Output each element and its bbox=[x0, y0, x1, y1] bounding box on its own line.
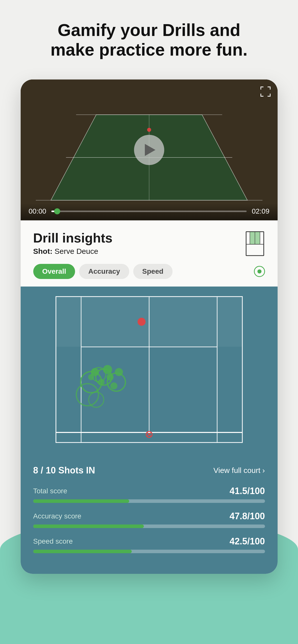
score-fill-2 bbox=[33, 550, 132, 553]
svg-point-39 bbox=[103, 365, 112, 374]
video-time-start: 00:00 bbox=[29, 207, 46, 215]
fullscreen-icon[interactable] bbox=[259, 86, 272, 100]
view-full-court-label: View full court bbox=[213, 466, 260, 475]
insights-title: Drill insights bbox=[33, 230, 113, 246]
tab-speed[interactable]: Speed bbox=[133, 264, 173, 279]
drill-insights-section: Drill insights Shot: Serve Deuce Overall… bbox=[21, 220, 278, 287]
shot-label: Shot: Serve Deuce bbox=[33, 247, 113, 256]
target-inner-dot bbox=[257, 269, 261, 273]
score-row-1: Accuracy score 47.8/100 bbox=[33, 511, 265, 528]
play-button[interactable] bbox=[134, 135, 164, 165]
view-full-court-chevron-icon: › bbox=[262, 466, 265, 475]
tab-accuracy[interactable]: Accuracy bbox=[79, 264, 129, 279]
play-triangle-icon bbox=[145, 144, 155, 156]
score-label-row-0: Total score 41.5/100 bbox=[33, 486, 265, 496]
score-fill-0 bbox=[33, 499, 129, 503]
shots-row: 8 / 10 Shots IN View full court › bbox=[33, 465, 265, 476]
score-label-text-1: Accuracy score bbox=[33, 512, 81, 520]
score-row-2: Speed score 42.5/100 bbox=[33, 536, 265, 553]
score-value-0: 41.5/100 bbox=[229, 486, 265, 496]
svg-point-9 bbox=[147, 128, 151, 132]
view-full-court-button[interactable]: View full court › bbox=[213, 466, 265, 475]
mini-court-diagram bbox=[245, 230, 265, 258]
svg-point-43 bbox=[88, 374, 94, 380]
video-progress-section: 00:00 02:09 bbox=[21, 203, 278, 220]
shot-label-key: Shot: bbox=[33, 247, 53, 255]
score-label-row-2: Speed score 42.5/100 bbox=[33, 536, 265, 547]
score-row-0: Total score 41.5/100 bbox=[33, 486, 265, 503]
tab-row: Overall Accuracy Speed bbox=[33, 264, 265, 279]
score-fill-1 bbox=[33, 525, 144, 528]
tab-overall[interactable]: Overall bbox=[33, 264, 75, 279]
svg-rect-30 bbox=[56, 297, 242, 347]
score-track-1 bbox=[33, 525, 265, 528]
video-progress-track[interactable] bbox=[51, 211, 247, 212]
video-time-end: 02:09 bbox=[252, 207, 269, 215]
video-section: 00:00 02:09 bbox=[21, 79, 278, 220]
svg-point-41 bbox=[115, 368, 123, 376]
score-track-0 bbox=[33, 499, 265, 503]
insights-left: Drill insights Shot: Serve Deuce bbox=[33, 230, 113, 256]
svg-rect-17 bbox=[270, 94, 271, 97]
score-label-row-1: Accuracy score 47.8/100 bbox=[33, 511, 265, 521]
svg-rect-11 bbox=[260, 87, 261, 90]
insights-header: Drill insights Shot: Serve Deuce bbox=[33, 230, 265, 258]
svg-point-42 bbox=[98, 379, 105, 385]
score-label-text-0: Total score bbox=[33, 487, 67, 495]
score-track-2 bbox=[33, 550, 265, 553]
bottom-info-section: 8 / 10 Shots IN View full court › Total … bbox=[21, 458, 278, 574]
svg-rect-15 bbox=[260, 94, 261, 97]
mini-court-svg bbox=[245, 230, 265, 257]
headline-line1: Gamify your Drills and bbox=[58, 20, 241, 39]
score-rows: Total score 41.5/100 Accuracy score 47.8… bbox=[33, 486, 265, 553]
svg-point-44 bbox=[110, 382, 117, 389]
svg-point-47 bbox=[138, 318, 146, 326]
court-viz-svg bbox=[21, 287, 278, 458]
target-icon bbox=[254, 266, 265, 277]
video-progress-thumb[interactable] bbox=[54, 208, 60, 214]
court-visualization bbox=[21, 287, 278, 458]
headline-line2: make practice more fun. bbox=[50, 40, 247, 59]
score-value-2: 42.5/100 bbox=[229, 536, 265, 547]
shots-in-label: 8 / 10 Shots IN bbox=[33, 465, 95, 476]
page-headline: Gamify your Drills and make practice mor… bbox=[50, 20, 247, 59]
score-value-1: 47.8/100 bbox=[229, 511, 265, 521]
app-card: 00:00 02:09 Drill insights Shot: Serve D… bbox=[21, 79, 278, 574]
svg-point-40 bbox=[107, 374, 114, 381]
shot-label-value: Serve Deuce bbox=[54, 247, 98, 255]
score-label-text-2: Speed score bbox=[33, 537, 73, 545]
svg-rect-13 bbox=[270, 87, 271, 90]
